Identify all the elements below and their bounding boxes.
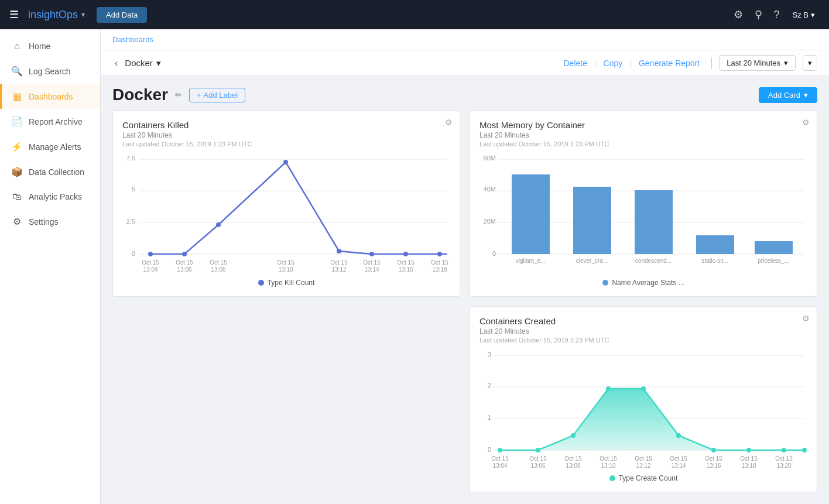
svg-text:13:04: 13:04 [143, 266, 157, 273]
svg-text:0: 0 [492, 250, 496, 257]
most-memory-title: Most Memory by Container [479, 120, 807, 130]
svg-text:0: 0 [488, 446, 491, 453]
svg-text:13:10: 13:10 [601, 462, 615, 469]
search-icon-button[interactable]: ⚲ [751, 5, 766, 25]
svg-text:13:08: 13:08 [566, 462, 580, 469]
home-icon: ⌂ [11, 41, 23, 52]
sidebar-item-data-collection[interactable]: 📦 Data Collection [0, 159, 100, 184]
svg-text:13:18: 13:18 [432, 266, 447, 273]
topnav-right: ⚙ ⚲ ? Sz B ▾ [730, 5, 820, 25]
svg-text:13:14: 13:14 [671, 462, 686, 469]
sidebar-item-analytic-packs[interactable]: 🛍 Analytic Packs [0, 184, 100, 209]
dashboard-name-chevron: ▾ [156, 58, 161, 68]
svg-text:clever_cra...: clever_cra... [576, 258, 608, 264]
back-button[interactable]: ‹ [112, 56, 120, 71]
sidebar-item-analytic-packs-label: Analytic Packs [29, 192, 82, 201]
svg-text:1: 1 [488, 414, 491, 421]
analytic-packs-icon: 🛍 [11, 191, 23, 202]
svg-rect-44 [755, 241, 793, 254]
containers-created-updated: Last updated October 15, 2019 1:23 PM UT… [479, 337, 807, 344]
svg-marker-58 [500, 389, 804, 450]
most-memory-chart: 60M 40M 20M 0 [479, 155, 807, 274]
menu-icon[interactable]: ☰ [9, 8, 19, 21]
svg-point-64 [676, 433, 681, 438]
delete-button[interactable]: Delete [563, 59, 587, 68]
manage-alerts-icon: ⚡ [11, 141, 23, 152]
add-data-button[interactable]: Add Data [97, 7, 147, 23]
separator-3 [711, 57, 712, 69]
brand-logo: insightOps [28, 9, 78, 21]
time-range-chevron: ▾ [784, 59, 788, 67]
sidebar-item-log-search[interactable]: 🔍 Log Search [0, 59, 100, 84]
svg-text:60M: 60M [484, 155, 496, 162]
containers-killed-gear[interactable]: ⚙ [445, 118, 453, 127]
svg-text:Oct 15: Oct 15 [210, 259, 227, 266]
svg-point-66 [746, 448, 751, 452]
svg-text:0: 0 [132, 250, 135, 257]
sidebar-item-report-archive-label: Report Archive [29, 117, 83, 126]
user-menu[interactable]: Sz B ▾ [788, 8, 820, 22]
svg-text:condescend...: condescend... [635, 258, 672, 264]
svg-point-61 [571, 433, 575, 438]
toolbar-actions: Delete | Copy | Generate Report Last 20 … [563, 55, 817, 71]
svg-point-60 [536, 448, 540, 452]
sidebar-item-report-archive[interactable]: 📄 Report Archive [0, 109, 100, 134]
svg-point-63 [641, 386, 646, 391]
add-card-button[interactable]: Add Card ▾ [759, 87, 817, 103]
dashboards-icon: ▦ [11, 91, 23, 102]
containers-killed-updated: Last updated October 15, 2019 1:23 PM UT… [122, 140, 450, 148]
most-memory-gear[interactable]: ⚙ [802, 118, 810, 127]
svg-text:7.5: 7.5 [126, 155, 135, 162]
generate-report-button[interactable]: Generate Report [639, 59, 700, 68]
svg-point-11 [283, 160, 288, 164]
svg-text:static-sit...: static-sit... [701, 258, 728, 264]
sidebar-item-dashboards-label: Dashboards [29, 92, 73, 101]
svg-text:20M: 20M [484, 218, 496, 225]
svg-text:2: 2 [488, 382, 491, 389]
expand-button[interactable]: ▾ [803, 55, 817, 71]
svg-text:13:12: 13:12 [331, 266, 346, 273]
svg-text:3: 3 [488, 351, 491, 358]
svg-text:40M: 40M [484, 186, 496, 193]
svg-text:vigilant_e...: vigilant_e... [516, 258, 546, 264]
app-body: ⌂ Home 🔍 Log Search ▦ Dashboards 📄 Repor… [0, 29, 829, 504]
copy-button[interactable]: Copy [604, 59, 623, 68]
sidebar-item-settings[interactable]: ⚙ Settings [0, 209, 100, 234]
sidebar-item-log-search-label: Log Search [29, 67, 71, 76]
svg-point-13 [369, 252, 374, 256]
main-content: Dashboards ‹ Docker ▾ Delete | Copy | Ge… [101, 29, 829, 504]
svg-text:13:08: 13:08 [211, 266, 225, 273]
breadcrumb: Dashboards [101, 29, 829, 50]
svg-text:13:12: 13:12 [636, 462, 650, 469]
sidebar-item-home[interactable]: ⌂ Home [0, 34, 100, 59]
add-label-button[interactable]: + Add Label [189, 88, 245, 102]
help-icon-button[interactable]: ? [770, 5, 783, 25]
svg-text:Oct 15: Oct 15 [142, 259, 159, 266]
containers-killed-title: Containers Killed [122, 120, 450, 130]
dashboard-name[interactable]: Docker ▾ [125, 58, 161, 68]
breadcrumb-link[interactable]: Dashboards [112, 35, 153, 44]
sidebar-item-manage-alerts[interactable]: ⚡ Manage Alerts [0, 134, 100, 159]
log-search-icon: 🔍 [11, 66, 23, 77]
cards-grid: ⚙ Containers Killed Last 20 Minutes Last… [101, 110, 829, 504]
separator-1: | [594, 59, 597, 68]
svg-point-10 [216, 222, 221, 227]
svg-text:13:10: 13:10 [278, 266, 293, 273]
containers-created-gear[interactable]: ⚙ [802, 314, 810, 323]
svg-text:13:14: 13:14 [364, 266, 379, 273]
svg-text:priceless_...: priceless_... [758, 258, 789, 264]
dashboard-toolbar: ‹ Docker ▾ Delete | Copy | Generate Repo… [101, 50, 829, 76]
data-collection-icon: 📦 [11, 166, 23, 177]
time-range-button[interactable]: Last 20 Minutes ▾ [719, 55, 796, 71]
brand-chevron[interactable]: ▾ [81, 11, 85, 19]
containers-killed-subtitle: Last 20 Minutes [122, 131, 450, 139]
svg-text:13:04: 13:04 [492, 462, 507, 469]
svg-text:13:06: 13:06 [177, 266, 191, 273]
settings-icon-button[interactable]: ⚙ [730, 5, 746, 25]
svg-text:Oct 15: Oct 15 [564, 455, 582, 462]
svg-text:Oct 15: Oct 15 [775, 455, 793, 462]
containers-created-subtitle: Last 20 Minutes [479, 327, 807, 335]
sidebar-item-dashboards[interactable]: ▦ Dashboards [0, 84, 100, 109]
edit-title-button[interactable]: ✏ [175, 90, 182, 100]
report-archive-icon: 📄 [11, 116, 23, 127]
